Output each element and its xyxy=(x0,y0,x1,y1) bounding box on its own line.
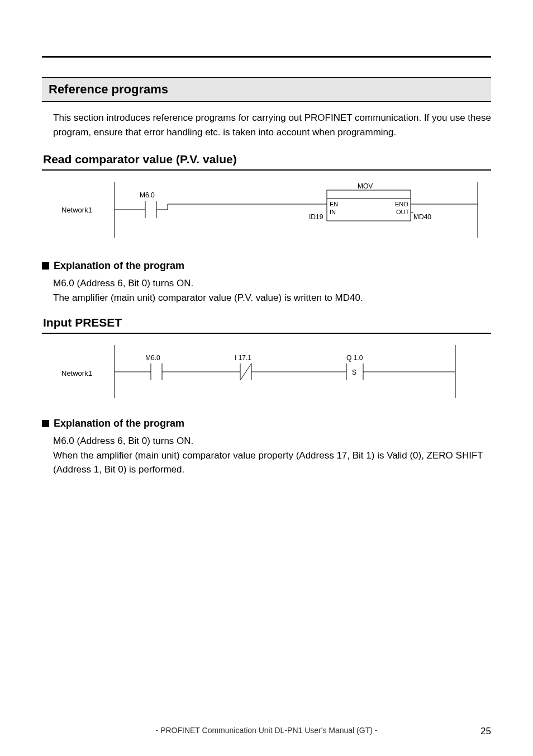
exp2-line1: M6.0 (Address 6, Bit 0) turns ON. xyxy=(53,434,491,448)
page-number: 25 xyxy=(480,726,491,737)
contact-m6-0: M6.0 xyxy=(140,191,155,199)
intro-paragraph: This section introduces reference progra… xyxy=(53,111,491,139)
contact-i17-1: I 17.1 xyxy=(235,354,251,362)
eno-label: ENO xyxy=(395,201,408,207)
mov-title: MOV xyxy=(358,182,373,190)
network-label-2: Network1 xyxy=(61,369,92,377)
ladder-diagram-read-comparator: Network1 M6.0 MOV EN ENO IN OUT xyxy=(42,182,491,243)
in-label: IN xyxy=(330,209,336,215)
footer-text: - PROFINET Communication Unit DL-PN1 Use… xyxy=(0,726,533,735)
top-rule xyxy=(42,56,491,58)
heading-input-preset: Input PRESET xyxy=(42,316,491,334)
en-label: EN xyxy=(330,201,338,207)
exp1-line2: The amplifier (main unit) comparator val… xyxy=(53,291,491,305)
square-bullet-icon xyxy=(42,262,49,270)
exp2-line2: When the amplifier (main unit) comparato… xyxy=(53,448,491,477)
coil-q1-0: Q 1.0 xyxy=(346,354,363,362)
contact-m6-0-2: M6.0 xyxy=(145,354,160,362)
coil-type-s: S xyxy=(352,368,356,376)
out-value: MD40 xyxy=(413,213,431,221)
network-label: Network1 xyxy=(61,206,92,214)
out-label: OUT xyxy=(396,209,410,215)
heading-explanation-2: Explanation of the program xyxy=(54,418,184,429)
svg-line-23 xyxy=(240,363,251,380)
in-value: ID19 xyxy=(309,213,323,221)
exp1-line1: M6.0 (Address 6, Bit 0) turns ON. xyxy=(53,276,491,291)
heading-read-comparator: Read comparator value (P.V. value) xyxy=(42,153,491,171)
heading-reference-programs: Reference programs xyxy=(42,77,491,102)
heading-explanation-1: Explanation of the program xyxy=(54,260,184,272)
ladder-diagram-input-preset: Network1 M6.0 I 17.1 S Q 1.0 xyxy=(42,345,491,401)
square-bullet-icon-2 xyxy=(42,420,49,427)
